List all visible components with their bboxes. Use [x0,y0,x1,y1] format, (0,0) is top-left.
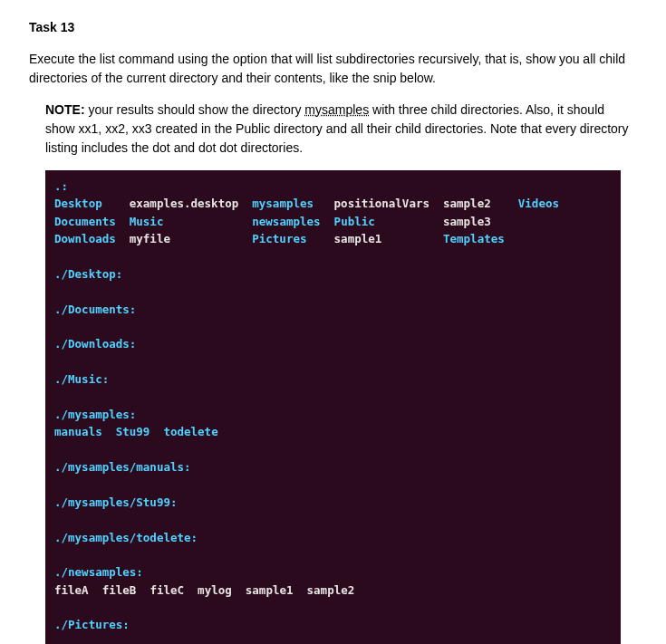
dir-public: Public [334,215,375,228]
task-title: Task 13 [29,18,637,37]
dir-downloads: Downloads [54,232,116,245]
dir-videos: Videos [518,197,559,210]
file-mylog: mylog [198,583,232,597]
file-sample1b: sample1 [246,583,294,597]
file-fileb: fileB [102,583,137,597]
dir-newsamples: newsamples [252,215,320,228]
downloads-header: ./Downloads: [54,337,136,351]
terminal-output: .: Desktop examples.desktop mysamples po… [45,170,621,644]
file-sample1: sample1 [334,232,382,245]
music-header: ./Music: [54,372,109,386]
mysamples-manuals-header: ./mysamples/manuals: [54,460,191,474]
file-examples-desktop: examples.desktop [130,197,238,210]
note-label: NOTE: [45,102,85,117]
pictures-header: ./Pictures: [54,618,130,631]
file-filea: fileA [54,583,89,597]
task-note: NOTE: your results should show the direc… [45,101,637,158]
file-sample2b: sample2 [307,583,355,597]
file-sample2: sample2 [443,197,491,210]
mysamples-stu99-header: ./mysamples/Stu99: [54,495,177,509]
note-underlined-word: mysamples [304,102,369,117]
documents-header: ./Documents: [54,303,136,316]
task-instruction: Execute the list command using the optio… [29,50,637,88]
dir-desktop: Desktop [54,197,102,210]
dir-templates: Templates [443,232,505,245]
dir-documents: Documents [54,215,116,228]
root-header: .: [54,179,68,193]
desktop-header: ./Desktop: [54,267,122,281]
dir-mysamples: mysamples [252,197,314,210]
newsamples-header: ./newsamples: [54,565,143,579]
note-text-1: your results should show the directory [85,102,305,117]
dir-manuals: manuals [54,425,102,438]
file-myfile: myfile [130,232,170,245]
file-filec: fileC [150,583,184,597]
mysamples-header: ./mysamples: [54,408,136,421]
file-positionalvars: positionalVars [334,197,430,210]
dir-stu99: Stu99 [116,425,150,438]
mysamples-todelete-header: ./mysamples/todelete: [54,531,198,544]
dir-todelete: todelete [163,425,217,438]
dir-pictures: Pictures [252,232,306,245]
dir-music: Music [130,215,164,228]
file-sample3: sample3 [443,215,491,228]
